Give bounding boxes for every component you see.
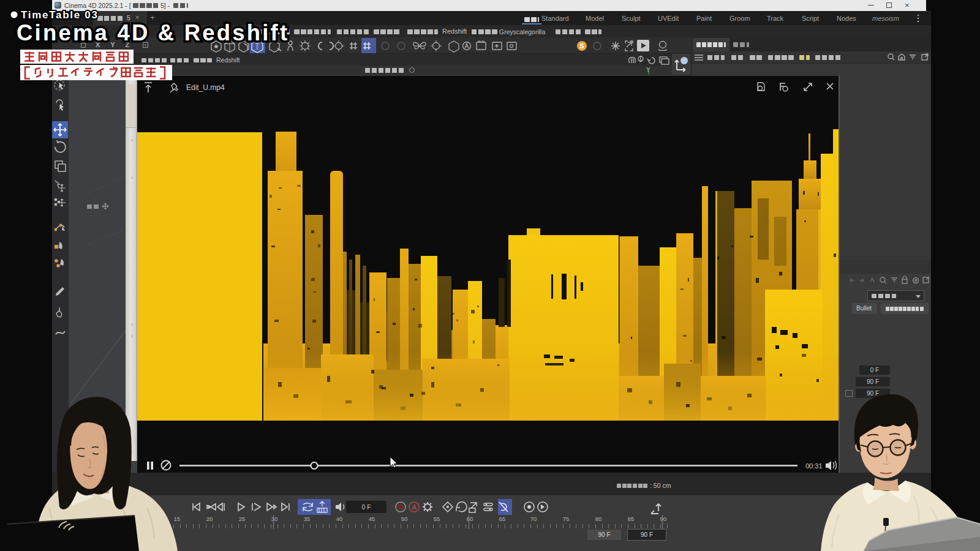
svg-text:S: S	[579, 42, 584, 50]
svg-text:A: A	[412, 504, 416, 511]
svg-text:Cinema 4D & Redshift: Cinema 4D & Redshift	[17, 20, 289, 45]
svg-text:TimeTable 03: TimeTable 03	[21, 9, 99, 21]
